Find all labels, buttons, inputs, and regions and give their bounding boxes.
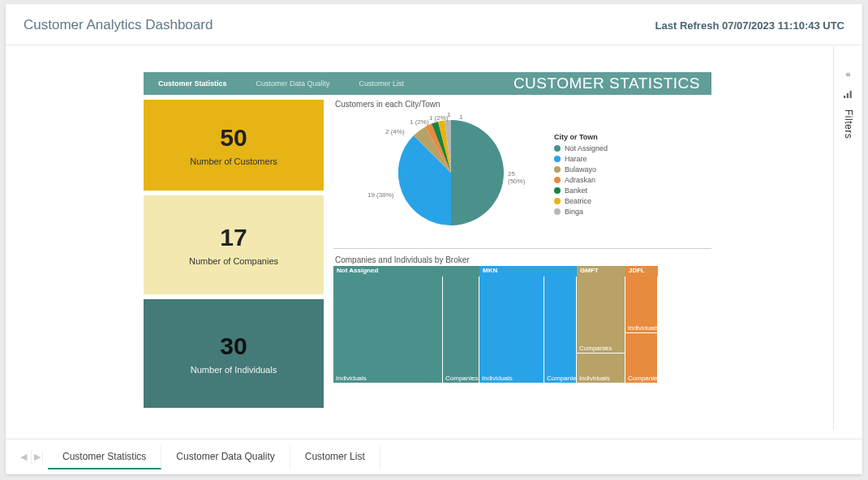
chart-title-treemap: Companies and Individuals by Broker [335,255,711,264]
last-refresh: Last Refresh 07/07/2023 11:10:43 UTC [655,19,844,32]
legend-item[interactable]: Beatrice [554,197,608,205]
section-nav: Customer Statistics Customer Data Qualit… [144,72,711,95]
treemap-group-not-assigned: Not Assigned [333,266,479,276]
pie-chart[interactable]: 25 (50%) 19 (38%) 2 (4%) 1 (2%) 1 (2%) 1… [333,110,711,249]
legend-item[interactable]: Binga [554,208,608,216]
page-title: Customer Analytics Dashboard [24,17,213,33]
svg-rect-1 [846,93,848,98]
treemap-cell[interactable]: Individuals [479,276,544,384]
treemap-chart[interactable]: Not Assigned MKN GMFT JDFL Individuals C… [333,266,658,384]
treemap-cell[interactable]: Companies [625,333,658,384]
treemap-cell[interactable]: Companies [443,276,479,384]
filters-icon[interactable] [844,88,853,100]
treemap-group-gmft: GMFT [577,266,625,276]
treemap-cell-label: Individuals [336,375,367,382]
treemap-cell-label: Companies [579,345,612,352]
legend-item[interactable]: Banket [554,186,608,195]
kpi-label: Number of Companies [189,256,278,266]
section-tab-customer-data-quality[interactable]: Customer Data Quality [242,79,345,88]
report-area: Customer Statistics Customer Data Qualit… [6,46,862,431]
treemap-cell-label: Individuals [579,375,610,382]
kpi-column: 50 Number of Customers 17 Number of Comp… [144,100,324,408]
kpi-card-customers[interactable]: 50 Number of Customers [144,100,324,191]
page-tab-customer-statistics[interactable]: Customer Statistics [48,445,161,469]
section-title: CUSTOMER STATISTICS [513,75,711,92]
kpi-card-individuals[interactable]: 30 Number of Individuals [144,299,324,408]
prev-page-icon[interactable]: ◀ [20,450,32,465]
legend-item[interactable]: Harare [554,155,608,163]
svg-rect-0 [844,96,845,98]
treemap-cell-label: Companies [445,375,478,382]
legend-item[interactable]: Not Assigned [554,144,608,152]
legend-title: City or Town [554,133,608,141]
app-window: Customer Analytics Dashboard Last Refres… [6,4,862,474]
page-tab-customer-data-quality[interactable]: Customer Data Quality [161,445,290,469]
filters-label[interactable]: Filters [843,109,854,139]
treemap-cell-label: Individuals [628,324,659,332]
section-tab-customer-statistics[interactable]: Customer Statistics [144,79,242,88]
pie-label-banket: 1 (2%) [429,114,449,122]
treemap-cell-label: Companies [628,375,660,382]
treemap-cell[interactable]: Companies [544,276,577,384]
next-page-icon[interactable]: ▶ [32,450,43,465]
pie-label-beatrice: 1 [447,111,450,118]
report-body: Customer Statistics Customer Data Qualit… [6,46,833,431]
svg-rect-2 [849,91,851,98]
chart-title-pie: Customers in each City/Town [335,100,711,109]
pie-label-not-assigned: 25 (50%) [508,170,528,185]
section-tab-customer-list[interactable]: Customer List [345,79,419,88]
pie-label-harare: 19 (38%) [367,191,393,199]
pie-label-binga: 1 [459,114,462,121]
expand-pane-icon[interactable]: « [845,69,850,79]
page-tab-customer-list[interactable]: Customer List [290,445,380,469]
report-canvas: Customer Statistics Customer Data Qualit… [144,72,711,408]
treemap-cell[interactable]: Individuals [577,354,625,384]
kpi-card-companies[interactable]: 17 Number of Companies [144,195,324,294]
pie-chart-plot: 25 (50%) 19 (38%) 2 (4%) 1 (2%) 1 (2%) 1… [333,110,528,240]
kpi-value: 30 [220,332,247,360]
legend-item[interactable]: Adraskan [554,176,608,184]
kpi-label: Number of Individuals [191,365,277,375]
kpi-value: 17 [220,224,247,251]
kpi-value: 50 [220,124,247,152]
charts-column: Customers in each City/Town [324,95,711,408]
filters-pane: « Filters [833,46,862,431]
page-tabs: ◀ ▶ Customer Statistics Customer Data Qu… [6,439,862,474]
refresh-timestamp: 07/07/2023 11:10:43 UTC [722,19,844,32]
treemap-cell-label: Companies [547,375,579,382]
header-bar: Customer Analytics Dashboard Last Refres… [6,4,862,45]
treemap-cell[interactable]: Individuals [333,276,443,384]
refresh-label: Last Refresh [655,19,720,32]
pie-legend: City or Town Not Assigned Harare Bulaway… [554,133,608,218]
legend-item[interactable]: Bulawayo [554,165,608,174]
treemap-group-jdfl: JDFL [625,266,658,276]
treemap-cell-label: Individuals [482,375,513,382]
kpi-label: Number of Customers [190,156,277,166]
pie-label-adraskan: 1 (2%) [410,118,429,126]
treemap-cell[interactable]: Individuals [625,276,658,333]
pie-label-bulawayo: 2 (4%) [385,128,405,135]
treemap-cell[interactable]: Companies [577,276,625,354]
treemap-group-mkn: MKN [479,266,577,276]
